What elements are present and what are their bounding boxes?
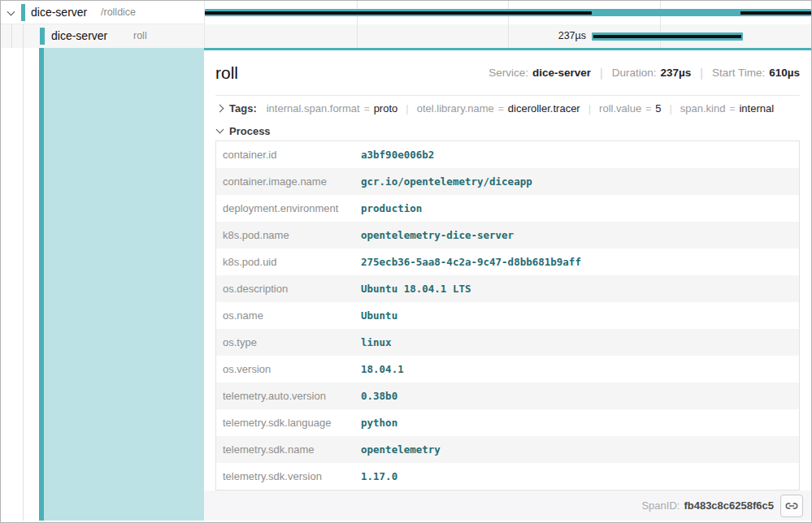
span-detail-header: roll Service: dice-server | Duration: 23…: [215, 50, 800, 96]
process-value: 1.17.0: [354, 470, 397, 482]
process-key: os.version: [216, 363, 354, 375]
table-row: telemetry.sdk.version 1.17.0: [216, 463, 799, 490]
table-row: k8s.pod.name opentelemetry-dice-server: [216, 222, 799, 249]
span-name-column[interactable]: dice-server roll: [1, 24, 204, 48]
service-tint-fill: [44, 48, 204, 521]
self-time-segment: [205, 11, 592, 15]
collapse-chevron-icon[interactable]: [7, 8, 15, 16]
table-row: container.image.name gcr.io/opentelemetr…: [216, 168, 799, 195]
operation-name: /rolldice: [101, 1, 136, 24]
process-value: Ubuntu: [354, 309, 397, 322]
span-timeline-cell[interactable]: [204, 1, 811, 24]
service-name: dice-server: [31, 1, 87, 24]
tag-value: 5: [655, 102, 661, 115]
table-row: os.version 18.04.1: [216, 356, 799, 383]
tags-accordion[interactable]: Tags: internal.span.format = proto | ote…: [215, 96, 800, 121]
table-row: telemetry.auto.version 0.38b0: [216, 383, 799, 409]
service-label: Service:: [489, 67, 528, 79]
process-key: os.name: [216, 309, 354, 322]
span-row-rolldice[interactable]: dice-server /rolldice: [1, 1, 811, 24]
process-value: linux: [354, 336, 392, 348]
span-duration-label: 237µs: [558, 24, 586, 48]
span-timeline-cell[interactable]: 237µs: [204, 24, 811, 48]
tag-value: internal: [739, 102, 774, 115]
process-key: container.image.name: [216, 175, 354, 188]
start-time-label: Start Time:: [712, 67, 765, 79]
equals-sign: =: [729, 103, 735, 115]
process-key: telemetry.sdk.version: [216, 470, 354, 482]
span-id-label: SpanID:: [641, 499, 680, 512]
process-key: os.type: [216, 336, 354, 348]
field-separator: |: [700, 67, 703, 80]
tag-item: roll.value = 5: [599, 102, 661, 115]
process-key: deployment.environment: [216, 202, 354, 214]
tag-separator: |: [406, 102, 408, 115]
process-key: telemetry.sdk.language: [216, 417, 354, 429]
jaeger-trace-view: dice-server /rolldice dice-server roll 2…: [0, 0, 812, 523]
process-key-value-table: container.id a3bf90e006b2 container.imag…: [215, 140, 800, 491]
indent-guide: [23, 24, 24, 48]
process-value: Ubuntu 18.04.1 LTS: [354, 283, 471, 295]
chevron-down-icon: [216, 126, 224, 134]
process-key: k8s.pod.name: [216, 229, 354, 241]
span-overview-fields: Service: dice-server | Duration: 237µs |…: [489, 67, 800, 80]
tag-separator: |: [669, 102, 671, 115]
tag-key: otel.library.name: [417, 102, 494, 115]
process-value: production: [354, 202, 422, 214]
service-color-block: [21, 4, 25, 21]
grid-tick: [357, 24, 358, 48]
span-detail-panel: roll Service: dice-server | Duration: 23…: [204, 48, 811, 521]
tag-key: span.kind: [680, 102, 726, 115]
process-key: os.description: [216, 283, 354, 295]
expanded-row-name-column: [1, 48, 204, 521]
span-title: roll: [215, 63, 238, 83]
duration-value: 237µs: [660, 67, 691, 79]
equals-sign: =: [645, 103, 651, 115]
table-row: deployment.environment production: [216, 195, 799, 222]
self-time-segment: [593, 35, 741, 38]
process-key: k8s.pod.uid: [216, 256, 354, 268]
process-value: opentelemetry-dice-server: [354, 229, 514, 241]
span-bar-roll[interactable]: [592, 32, 743, 41]
process-value: 0.38b0: [354, 390, 397, 402]
process-key: container.id: [216, 149, 354, 161]
process-value: gcr.io/opentelemetry/diceapp: [354, 175, 532, 188]
self-time-segment: [740, 11, 811, 15]
service-value: dice-server: [532, 67, 591, 79]
service-name: dice-server: [51, 24, 107, 48]
indent-guide: [23, 48, 24, 521]
equals-sign: =: [498, 103, 504, 115]
process-section-label: Process: [229, 125, 271, 137]
table-row: k8s.pod.uid 275ecb36-5aa8-4c2a-9c47-d8bb…: [216, 249, 799, 275]
span-bar-rolldice[interactable]: [205, 9, 811, 16]
table-row: telemetry.sdk.language python: [216, 409, 799, 436]
field-separator: |: [600, 67, 603, 80]
start-time-value: 610µs: [769, 67, 800, 79]
process-value: opentelemetry: [354, 443, 441, 456]
tag-value: diceroller.tracer: [508, 102, 580, 115]
span-detail-footer: SpanID: fb483c8c6258f6c5: [204, 491, 811, 521]
service-color-block: [40, 28, 45, 45]
process-value: python: [354, 417, 397, 429]
chevron-right-icon: [216, 105, 224, 113]
span-row-roll[interactable]: dice-server roll 237µs: [1, 24, 811, 48]
deep-link-button[interactable]: [780, 495, 803, 517]
table-row: telemetry.sdk.name opentelemetry: [216, 436, 799, 463]
span-name-column[interactable]: dice-server /rolldice: [1, 1, 204, 24]
table-row: os.description Ubuntu 18.04.1 LTS: [216, 275, 799, 302]
tag-key: roll.value: [599, 102, 641, 115]
duration-label: Duration:: [612, 67, 657, 79]
equals-sign: =: [364, 103, 370, 115]
tag-separator: |: [588, 102, 591, 115]
process-value: 18.04.1: [354, 363, 404, 375]
process-accordion[interactable]: Process: [215, 121, 800, 140]
table-row: os.name Ubuntu: [216, 302, 799, 329]
tags-section-label: Tags:: [229, 102, 257, 115]
tag-item: internal.span.format = proto: [267, 102, 398, 115]
link-icon: [784, 499, 799, 513]
process-value: 275ecb36-5aa8-4c2a-9c47-d8bb681b9aff: [354, 256, 581, 268]
span-id-value: fb483c8c6258f6c5: [684, 499, 774, 512]
indent-guide: [11, 24, 12, 48]
process-key: telemetry.sdk.name: [216, 443, 354, 456]
table-row: os.type linux: [216, 329, 799, 356]
